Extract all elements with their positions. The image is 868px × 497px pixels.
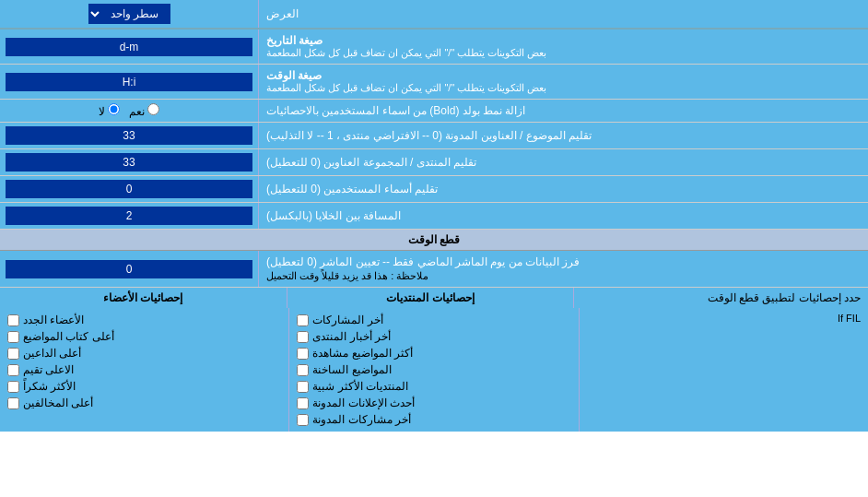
remove-bold-radio-cell: نعم لا (0, 100, 258, 122)
display-input-cell: سطر واحد سطرين ثلاثة أسطر (0, 0, 258, 28)
checkbox-last-posts[interactable] (297, 314, 309, 326)
time-format-label: صيغة الوقت بعض التكوينات يتطلب "/" التي … (258, 65, 868, 99)
cell-spacing-row: المسافة بين الخلايا (بالبكسل) (0, 203, 868, 230)
checkbox-most-viewed[interactable] (297, 348, 309, 360)
checkboxes-col2-items: أخر المشاركات أخر أخبار المنتدى أكثر الم… (289, 308, 579, 432)
checkbox-top-inviters[interactable] (7, 348, 19, 360)
forum-titles-row: تقليم المنتدى / المجموعة العناوين (0 للت… (0, 149, 868, 176)
cutoff-limit-label: حدد إحصائيات لتطبيق قطع الوقت (574, 288, 868, 308)
checkbox-most-thanked[interactable] (7, 381, 19, 393)
topic-titles-input-cell (0, 123, 258, 148)
display-row: العرض سطر واحد سطرين ثلاثة أسطر (0, 0, 868, 30)
cell-spacing-label: المسافة بين الخلايا (بالبكسل) (258, 203, 868, 229)
list-item: أحدث الإعلانات المدونة (297, 395, 570, 411)
cutoff-input-cell (0, 251, 258, 287)
time-format-input-cell (0, 65, 258, 99)
cell-spacing-input-cell (0, 203, 258, 229)
date-format-input-cell (0, 30, 258, 64)
checkbox-last-news[interactable] (297, 331, 309, 343)
radio-no-label: لا (99, 103, 120, 118)
topic-titles-input[interactable] (6, 126, 252, 145)
remove-bold-row: ازالة نمط بولد (Bold) من اسماء المستخدمي… (0, 100, 868, 123)
radio-yes[interactable] (147, 103, 159, 115)
checkbox-new-members[interactable] (7, 314, 19, 326)
checkbox-latest-announcements[interactable] (297, 397, 309, 409)
checkboxes-body-row: If FIL أخر المشاركات أخر أخبار المنتدى أ… (0, 308, 868, 432)
cutoff-section-header: قطع الوقت (0, 230, 868, 251)
checkboxes-col2-header: إحصائيات المنتديات (287, 288, 575, 308)
usernames-label: تقليم أسماء المستخدمين (0 للتعطيل) (258, 176, 868, 202)
list-item: المواضيع الساخنة (297, 361, 570, 378)
checkbox-top-rated[interactable] (7, 364, 19, 376)
checkboxes-col1-header: إحصائيات الأعضاء (0, 288, 287, 308)
date-format-label: صيغة التاريخ بعض التكوينات يتطلب "/" الت… (258, 30, 868, 64)
checkboxes-col1-items: الأعضاء الجدد أعلى كتاب المواضيع أعلى ال… (0, 308, 289, 432)
topic-titles-row: تقليم الموضوع / العناوين المدونة (0 -- ا… (0, 123, 868, 149)
forum-titles-input-cell (0, 149, 258, 175)
list-item: الأعضاء الجدد (7, 312, 281, 328)
list-item: المنتديات الأكثر شبية (297, 378, 570, 395)
list-item: الأكثر شكراً (7, 378, 281, 395)
cutoff-input[interactable] (6, 260, 252, 278)
checkbox-hot-topics[interactable] (297, 364, 309, 376)
list-item: أخر المشاركات (297, 312, 570, 328)
list-item: أعلى المخالفين (7, 395, 281, 411)
forum-titles-input[interactable] (6, 153, 252, 172)
cutoff-label: فرز البيانات من يوم الماشر الماضي فقط --… (258, 251, 868, 287)
list-item: أعلى الداعين (7, 345, 281, 361)
time-format-input[interactable] (6, 73, 252, 91)
checkbox-top-violators[interactable] (7, 397, 19, 409)
remove-bold-label: ازالة نمط بولد (Bold) من اسماء المستخدمي… (258, 100, 868, 122)
checkboxes-col3: If FIL (580, 308, 868, 432)
display-label: العرض (258, 0, 868, 28)
checkboxes-header-row: حدد إحصائيات لتطبيق قطع الوقت إحصائيات ا… (0, 288, 868, 308)
cutoff-row: فرز البيانات من يوم الماشر الماضي فقط --… (0, 251, 868, 288)
checkbox-last-blog-posts[interactable] (297, 414, 309, 426)
checkboxes-section: حدد إحصائيات لتطبيق قطع الوقت إحصائيات ا… (0, 288, 868, 432)
time-format-row: صيغة الوقت بعض التكوينات يتطلب "/" التي … (0, 65, 868, 100)
list-item: أخر مشاركات المدونة (297, 411, 570, 428)
usernames-input-cell (0, 176, 258, 202)
list-item: أخر أخبار المنتدى (297, 328, 570, 345)
checkbox-top-posters[interactable] (7, 331, 19, 343)
usernames-input[interactable] (6, 180, 252, 198)
display-select[interactable]: سطر واحد سطرين ثلاثة أسطر (88, 4, 170, 24)
date-format-input[interactable] (6, 38, 252, 56)
forum-titles-label: تقليم المنتدى / المجموعة العناوين (0 للت… (258, 149, 868, 175)
list-item: أعلى كتاب المواضيع (7, 328, 281, 345)
list-item: الاعلى تقيم (7, 361, 281, 378)
list-item: أكثر المواضيع مشاهدة (297, 345, 570, 361)
date-format-row: صيغة التاريخ بعض التكوينات يتطلب "/" الت… (0, 30, 868, 65)
cell-spacing-input[interactable] (6, 207, 252, 225)
usernames-row: تقليم أسماء المستخدمين (0 للتعطيل) (0, 176, 868, 203)
radio-yes-label: نعم (129, 103, 159, 118)
checkbox-most-forums[interactable] (297, 381, 309, 393)
radio-no[interactable] (108, 103, 120, 115)
topic-titles-label: تقليم الموضوع / العناوين المدونة (0 -- ا… (258, 123, 868, 148)
